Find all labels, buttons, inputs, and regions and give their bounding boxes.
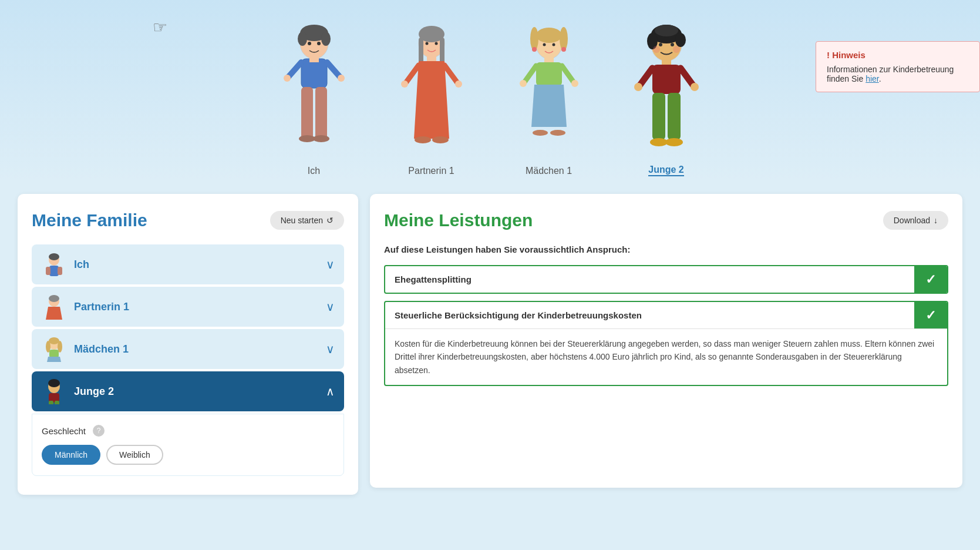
- svg-point-67: [49, 253, 59, 260]
- leistung-kinderbetreuungskosten-label: Steuerliche Berücksichtigung der Kinderb…: [385, 302, 914, 328]
- member-name-ich: Ich: [74, 259, 89, 271]
- svg-rect-39: [536, 62, 562, 86]
- gender-options: Männlich Weiblich: [42, 445, 334, 465]
- svg-rect-63: [668, 93, 681, 140]
- download-icon: ↓: [934, 216, 938, 225]
- gender-weiblich-button[interactable]: Weiblich: [106, 445, 163, 465]
- family-panel-title: Meine Familie: [32, 210, 147, 230]
- svg-line-59: [681, 68, 693, 86]
- refresh-icon: ↺: [326, 216, 334, 225]
- gender-maennlich-button[interactable]: Männlich: [42, 445, 100, 465]
- leistungen-panel-title: Meine Leistungen: [384, 210, 533, 230]
- svg-rect-69: [46, 267, 50, 275]
- family-member-partnerin1-left: Partnerin 1: [41, 294, 129, 320]
- help-icon[interactable]: ?: [93, 425, 105, 437]
- svg-line-58: [639, 68, 652, 86]
- top-area: ☞: [0, 0, 980, 182]
- family-member-maedchen1-left: Mädchen 1: [41, 336, 129, 362]
- svg-point-5: [317, 42, 321, 45]
- svg-point-45: [533, 130, 548, 136]
- svg-point-21: [435, 42, 437, 45]
- family-member-ich-left: Ich: [41, 251, 89, 277]
- svg-point-61: [691, 83, 699, 91]
- svg-point-31: [536, 28, 562, 43]
- figure-junge2: [631, 20, 702, 161]
- svg-point-28: [415, 136, 431, 143]
- svg-point-55: [673, 46, 680, 53]
- svg-point-52: [659, 43, 662, 46]
- svg-point-3: [321, 32, 331, 46]
- svg-line-25: [444, 65, 457, 83]
- character-junge2-label: Junge 2: [648, 165, 683, 176]
- chevron-down-icon-maedchen1: ∨: [326, 342, 335, 356]
- svg-point-60: [634, 83, 642, 91]
- svg-line-8: [327, 62, 340, 77]
- family-member-junge2[interactable]: Junge 2 ∧: [32, 371, 344, 411]
- geschlecht-label: Geschlecht: [42, 426, 86, 436]
- svg-rect-6: [301, 59, 327, 88]
- leistungen-panel: Meine Leistungen Download ↓ Auf diese Le…: [370, 194, 962, 488]
- svg-marker-73: [46, 307, 62, 320]
- family-member-ich[interactable]: Ich ∨: [32, 244, 344, 284]
- hinweis-box: ! Hinweis Informationen zur Kinderbetreu…: [816, 41, 980, 92]
- member-name-partnerin1: Partnerin 1: [74, 301, 129, 313]
- svg-line-41: [524, 66, 536, 82]
- svg-rect-62: [652, 93, 665, 140]
- svg-point-13: [299, 135, 315, 142]
- check-mark-icon: ✓: [925, 272, 936, 287]
- character-ich[interactable]: Ich: [279, 21, 349, 182]
- svg-point-64: [650, 138, 668, 146]
- svg-point-9: [284, 75, 291, 82]
- svg-rect-11: [301, 87, 313, 140]
- svg-rect-78: [49, 350, 59, 358]
- member-avatar-junge2: [41, 378, 67, 404]
- character-maedchen1[interactable]: Mädchen 1: [514, 21, 584, 182]
- main-content: Meine Familie Neu starten ↺ Ich ∨: [0, 182, 980, 507]
- leistung-ehegattensplitting-check: ✓: [914, 266, 947, 293]
- svg-point-36: [543, 43, 545, 46]
- leistung-ehegattensplitting-header: Ehegattensplitting ✓: [385, 266, 947, 293]
- svg-point-29: [432, 136, 449, 143]
- svg-point-37: [552, 43, 555, 46]
- svg-rect-15: [309, 56, 319, 62]
- neu-starten-button[interactable]: Neu starten ↺: [270, 211, 344, 230]
- svg-line-42: [562, 66, 574, 82]
- junge2-expanded-content: Geschlecht ? Männlich Weiblich: [32, 414, 344, 476]
- character-partnerin1[interactable]: Partnerin 1: [396, 21, 467, 182]
- member-name-junge2: Junge 2: [74, 385, 114, 398]
- svg-line-24: [406, 65, 419, 83]
- chevron-down-icon-ich: ∨: [326, 257, 335, 271]
- svg-point-35: [561, 47, 566, 52]
- character-junge2[interactable]: Junge 2: [631, 20, 702, 182]
- svg-point-27: [455, 81, 462, 88]
- leistung-ehegattensplitting-label: Ehegattensplitting: [385, 266, 914, 293]
- svg-rect-70: [58, 267, 62, 275]
- geschlecht-row: Geschlecht ?: [42, 425, 334, 437]
- leistungen-subtitle: Auf diese Leistungen haben Sie voraussic…: [384, 244, 948, 254]
- download-button[interactable]: Download ↓: [883, 211, 948, 230]
- svg-rect-83: [49, 401, 53, 404]
- svg-point-54: [653, 46, 660, 53]
- svg-point-14: [313, 135, 329, 142]
- leistungen-panel-header: Meine Leistungen Download ↓: [384, 210, 948, 230]
- svg-point-44: [571, 80, 578, 87]
- svg-point-53: [671, 43, 674, 46]
- family-panel-header: Meine Familie Neu starten ↺: [32, 210, 344, 230]
- svg-rect-12: [315, 87, 327, 140]
- member-name-maedchen1: Mädchen 1: [74, 343, 129, 356]
- family-member-partnerin1[interactable]: Partnerin 1 ∨: [32, 287, 344, 327]
- leistung-ehegattensplitting: Ehegattensplitting ✓: [384, 265, 948, 294]
- check-mark-icon-2: ✓: [925, 308, 936, 323]
- family-member-maedchen1[interactable]: Mädchen 1 ∨: [32, 329, 344, 369]
- hinweis-link[interactable]: hier: [866, 74, 879, 83]
- svg-point-46: [550, 130, 565, 136]
- svg-rect-84: [55, 401, 59, 404]
- svg-point-10: [338, 75, 345, 82]
- figure-partnerin1: [396, 21, 467, 162]
- hinweis-title: ! Hinweis: [827, 50, 969, 60]
- svg-point-34: [532, 47, 537, 52]
- svg-point-51: [655, 25, 678, 36]
- svg-marker-79: [47, 357, 61, 362]
- svg-point-26: [401, 81, 408, 88]
- svg-rect-57: [652, 65, 681, 94]
